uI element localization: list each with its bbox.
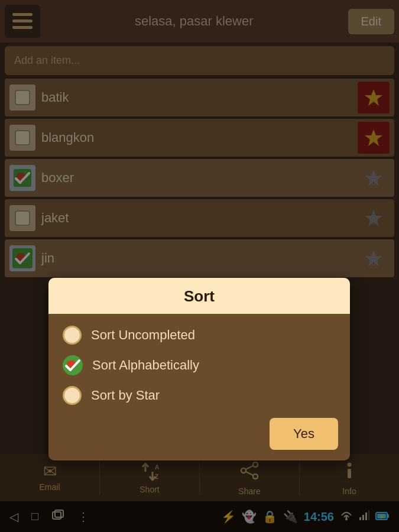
sort-option-uncompleted[interactable]: Sort Uncompleted — [63, 326, 336, 345]
sort-label-alphabetical: Sort Alphabetically — [92, 358, 199, 373]
sort-option-alphabetical[interactable]: Sort Alphabetically — [63, 355, 336, 375]
sort-dialog-footer: Yes — [48, 414, 350, 460]
sort-dialog-title: Sort — [48, 278, 350, 314]
sort-dialog-body: Sort Uncompleted Sort Alphabetically Sor… — [48, 314, 350, 414]
radio-star[interactable] — [63, 386, 82, 405]
sort-label-star: Sort by Star — [91, 388, 160, 403]
radio-alphabetical[interactable] — [63, 355, 83, 375]
sort-dialog: Sort Sort Uncompleted Sort Alphabeticall… — [48, 278, 350, 460]
yes-button[interactable]: Yes — [270, 418, 338, 450]
sort-option-star[interactable]: Sort by Star — [63, 386, 336, 405]
sort-label-uncompleted: Sort Uncompleted — [91, 327, 195, 343]
radio-uncompleted[interactable] — [63, 326, 82, 345]
